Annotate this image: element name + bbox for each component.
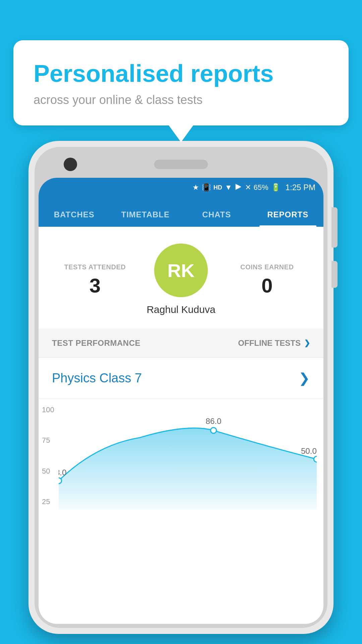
phone-outer: ★ 📳 HD ▼ ⯈ ✕ 65% 🔋 1:25 PM BATCHES TIMET…: [28, 141, 334, 634]
performance-section: TEST PERFORMANCE OFFLINE TESTS ❯: [39, 329, 323, 358]
svg-point-2: [314, 456, 317, 462]
earpiece-speaker: [154, 160, 208, 169]
tests-attended-block: TESTS ATTENDED 3: [52, 263, 138, 296]
status-time: 1:25 PM: [286, 183, 315, 192]
chart-y-label-100: 100: [42, 406, 54, 414]
front-camera: [64, 158, 77, 171]
tooltip-card: Personalised reports across your online …: [13, 40, 349, 125]
coins-earned-value: 0: [224, 276, 310, 296]
tests-attended-value: 3: [52, 276, 138, 296]
svg-text:86.0: 86.0: [205, 417, 221, 426]
battery-percentage: 65%: [254, 183, 268, 192]
chevron-right-icon: ❯: [299, 370, 310, 386]
svg-point-0: [59, 478, 62, 484]
tab-timetable[interactable]: TIMETABLE: [110, 204, 181, 227]
battery-icon: 🔋: [271, 183, 280, 192]
offline-tests-label: OFFLINE TESTS: [238, 338, 301, 348]
svg-point-1: [210, 428, 217, 433]
avatar-initials: RK: [168, 260, 195, 281]
user-name: Raghul Kuduva: [146, 304, 215, 315]
signal-icon: ⯈: [235, 183, 242, 192]
wifi-icon: ▼: [225, 183, 232, 192]
tab-batches[interactable]: BATCHES: [39, 204, 110, 227]
svg-text:50.0: 50.0: [301, 446, 317, 455]
status-bar-icons: ★ 📳 HD ▼ ⯈ ✕ 65% 🔋 1:25 PM: [192, 183, 315, 192]
tab-chats[interactable]: CHATS: [181, 204, 252, 227]
status-bar: ★ 📳 HD ▼ ⯈ ✕ 65% 🔋 1:25 PM: [39, 178, 323, 197]
bluetooth-icon: ★: [192, 183, 199, 192]
coins-earned-label: COINS EARNED: [224, 263, 310, 271]
chart-y-label-75: 75: [42, 436, 54, 445]
tab-reports[interactable]: REPORTS: [252, 204, 324, 227]
performance-label: TEST PERFORMANCE: [52, 338, 140, 348]
performance-chart: 68.0 86.0 50.0: [59, 409, 317, 509]
phone-inner: ★ 📳 HD ▼ ⯈ ✕ 65% 🔋 1:25 PM BATCHES TIMET…: [35, 147, 327, 628]
offline-tests-dropdown[interactable]: OFFLINE TESTS ❯: [238, 338, 310, 348]
coins-earned-block: COINS EARNED 0: [224, 263, 310, 296]
profile-section: TESTS ATTENDED 3 RK Raghul Kuduva COINS …: [39, 227, 323, 329]
class-row[interactable]: Physics Class 7 ❯: [39, 358, 323, 399]
hd-icon: HD: [214, 184, 222, 191]
phone-wrapper: ★ 📳 HD ▼ ⯈ ✕ 65% 🔋 1:25 PM BATCHES TIMET…: [28, 141, 334, 634]
volume-button: [331, 261, 338, 288]
tooltip-title: Personalised reports: [34, 60, 328, 87]
power-button: [331, 207, 338, 248]
chart-area: 100 75 50 25: [39, 399, 323, 513]
chart-y-label-50: 50: [42, 467, 54, 476]
phone-screen: ★ 📳 HD ▼ ⯈ ✕ 65% 🔋 1:25 PM BATCHES TIMET…: [39, 178, 323, 624]
chevron-down-icon: ❯: [304, 339, 310, 347]
phone-top-bar: [39, 151, 323, 178]
chart-y-label-25: 25: [42, 497, 54, 506]
tooltip-subtitle: across your online & class tests: [34, 93, 328, 107]
chart-y-labels: 100 75 50 25: [42, 406, 54, 506]
x-signal-icon: ✕: [245, 183, 251, 192]
svg-text:68.0: 68.0: [59, 468, 67, 477]
avatar: RK: [154, 244, 208, 297]
class-name: Physics Class 7: [52, 371, 142, 385]
avatar-block: RK Raghul Kuduva: [138, 244, 224, 315]
tests-attended-label: TESTS ATTENDED: [52, 263, 138, 271]
tab-navigation: BATCHES TIMETABLE CHATS REPORTS: [39, 197, 323, 227]
vibrate-icon: 📳: [202, 183, 211, 192]
